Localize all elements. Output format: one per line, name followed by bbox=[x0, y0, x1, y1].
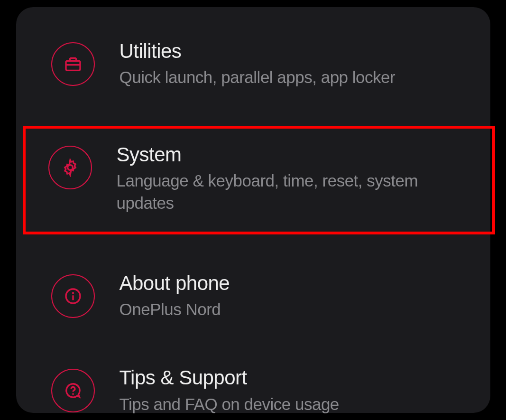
settings-item-text: Tips & Support Tips and FAQ on device us… bbox=[120, 366, 462, 415]
svg-point-6 bbox=[72, 393, 74, 395]
settings-item-system[interactable]: System Language & keyboard, time, reset,… bbox=[23, 126, 495, 234]
settings-item-text: Utilities Quick launch, parallel apps, a… bbox=[120, 39, 462, 89]
briefcase-icon bbox=[51, 42, 95, 86]
settings-item-subtitle: Tips and FAQ on device usage bbox=[120, 393, 462, 415]
settings-item-title: About phone bbox=[120, 271, 462, 295]
gear-icon bbox=[48, 146, 92, 189]
svg-point-4 bbox=[72, 292, 74, 294]
settings-item-subtitle: OnePlus Nord bbox=[120, 298, 462, 320]
settings-item-title: Utilities bbox=[120, 39, 462, 63]
question-icon bbox=[51, 369, 95, 412]
settings-item-tips-support[interactable]: Tips & Support Tips and FAQ on device us… bbox=[26, 357, 481, 420]
settings-item-text: About phone OnePlus Nord bbox=[120, 271, 462, 321]
settings-item-subtitle: Quick launch, parallel apps, app locker bbox=[120, 66, 462, 88]
settings-item-title: Tips & Support bbox=[120, 366, 462, 390]
settings-item-subtitle: Language & keyboard, time, reset, system… bbox=[117, 169, 476, 215]
settings-item-title: System bbox=[117, 143, 476, 167]
settings-panel: Utilities Quick launch, parallel apps, a… bbox=[16, 7, 490, 413]
settings-item-text: System Language & keyboard, time, reset,… bbox=[117, 143, 476, 215]
settings-item-utilities[interactable]: Utilities Quick launch, parallel apps, a… bbox=[26, 31, 481, 97]
svg-point-2 bbox=[67, 165, 73, 170]
info-icon bbox=[51, 274, 95, 318]
settings-item-about-phone[interactable]: About phone OnePlus Nord bbox=[26, 263, 481, 329]
